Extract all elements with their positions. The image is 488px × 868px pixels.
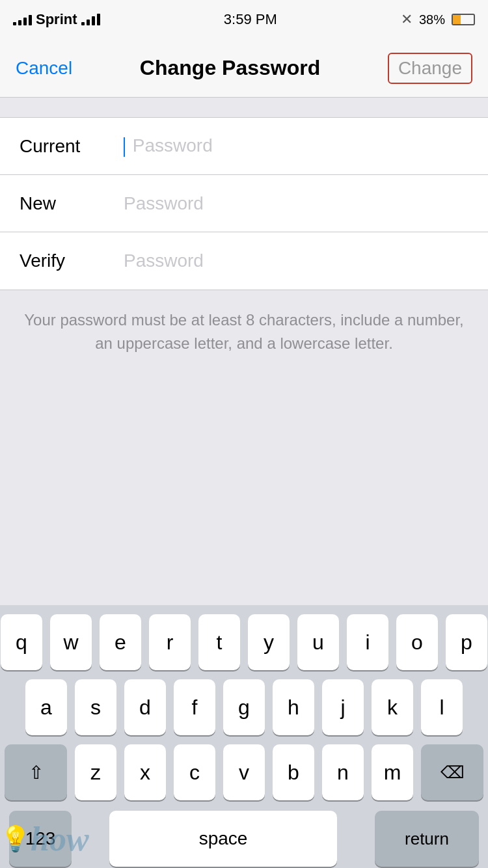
current-password-field[interactable]: Password — [124, 135, 468, 157]
keyboard-row-1: q w e r t y u i o p — [0, 614, 488, 670]
key-j[interactable]: j — [322, 679, 364, 735]
key-q[interactable]: q — [1, 614, 42, 670]
change-button[interactable]: Change — [388, 53, 472, 84]
key-z[interactable]: z — [75, 744, 116, 800]
current-placeholder: Password — [133, 135, 213, 156]
key-y[interactable]: y — [248, 614, 290, 670]
key-m[interactable]: m — [372, 744, 413, 800]
keyboard-bottom-row: 123 space return — [0, 809, 488, 868]
numbers-key[interactable]: 123 — [9, 811, 72, 867]
section-spacer — [0, 98, 488, 117]
battery-percent: 38% — [419, 12, 445, 27]
key-u[interactable]: u — [297, 614, 339, 670]
battery-icon — [452, 14, 475, 25]
key-g[interactable]: g — [223, 679, 265, 735]
wifi-signal-icon — [81, 14, 100, 25]
return-key[interactable]: return — [375, 811, 479, 867]
carrier-name: Sprint — [36, 11, 77, 28]
verify-password-field[interactable]: Password — [124, 251, 468, 271]
nav-bar: Cancel Change Password Change — [0, 39, 488, 98]
new-label: New — [20, 193, 124, 214]
key-p[interactable]: p — [446, 614, 487, 670]
page-title: Change Password — [140, 56, 320, 80]
shift-key[interactable]: ⇧ — [5, 744, 67, 800]
key-t[interactable]: t — [198, 614, 240, 670]
clock: 3:59 PM — [224, 11, 277, 28]
text-cursor — [124, 137, 125, 157]
key-i[interactable]: i — [347, 614, 388, 670]
current-password-row: Current Password — [0, 118, 488, 175]
key-x[interactable]: x — [124, 744, 166, 800]
form-section: Current Password New Password Verify Pas… — [0, 117, 488, 290]
content-area — [0, 373, 488, 605]
new-password-row: New Password — [0, 175, 488, 232]
cancel-button[interactable]: Cancel — [16, 58, 72, 79]
key-w[interactable]: w — [50, 614, 92, 670]
password-hint: Your password must be at least 8 charact… — [0, 290, 488, 373]
verify-password-row: Verify Password — [0, 232, 488, 290]
key-l[interactable]: l — [421, 679, 463, 735]
key-o[interactable]: o — [396, 614, 438, 670]
key-a[interactable]: a — [25, 679, 67, 735]
key-f[interactable]: f — [174, 679, 215, 735]
delete-key[interactable]: ⌫ — [421, 744, 483, 800]
key-r[interactable]: r — [149, 614, 191, 670]
key-b[interactable]: b — [273, 744, 314, 800]
keyboard: q w e r t y u i o p a s d f g h j k l ⇧ … — [0, 605, 488, 868]
key-c[interactable]: c — [174, 744, 215, 800]
key-h[interactable]: h — [273, 679, 314, 735]
keyboard-row-2: a s d f g h j k l — [0, 679, 488, 735]
battery-area: ✕ 38% — [401, 11, 475, 28]
key-s[interactable]: s — [75, 679, 116, 735]
current-label: Current — [20, 136, 124, 157]
key-e[interactable]: e — [100, 614, 141, 670]
key-d[interactable]: d — [124, 679, 166, 735]
keyboard-row-3: ⇧ z x c v b n m ⌫ — [0, 744, 488, 800]
signal-icon — [13, 14, 32, 25]
carrier-signal: Sprint — [13, 11, 100, 28]
close-icon: ✕ — [401, 11, 413, 28]
verify-label: Verify — [20, 251, 124, 271]
key-v[interactable]: v — [223, 744, 265, 800]
key-n[interactable]: n — [322, 744, 364, 800]
status-bar: Sprint 3:59 PM ✕ 38% — [0, 0, 488, 39]
space-key[interactable]: space — [109, 811, 337, 867]
new-password-field[interactable]: Password — [124, 193, 468, 214]
key-k[interactable]: k — [372, 679, 413, 735]
